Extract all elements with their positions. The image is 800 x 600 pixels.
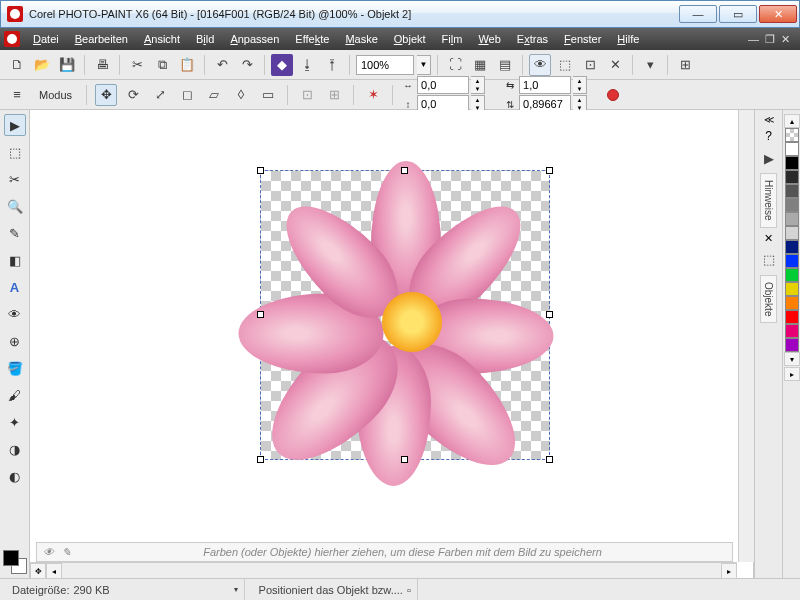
record-indicator-icon[interactable] [607,89,619,101]
objects-icon[interactable]: ⬚ [758,249,780,271]
clear-mask-button[interactable]: ✕ [604,54,626,76]
palette-color-8[interactable] [785,254,799,268]
menu-objekt[interactable]: Objekt [387,31,433,47]
rotate-mode-button[interactable]: ⟳ [122,84,144,106]
copy-button[interactable]: ⧉ [151,54,173,76]
palette-color-13[interactable] [785,324,799,338]
handle-mr[interactable] [546,311,553,318]
hints-tab[interactable]: Hinweise [760,173,777,228]
save-button[interactable]: 💾 [56,54,78,76]
fullscreen-button[interactable]: ⛶ [444,54,466,76]
menu-anpassen[interactable]: Anpassen [223,31,286,47]
palette-color-0[interactable] [785,142,799,156]
menu-fenster[interactable]: Fenster [557,31,608,47]
pick-tool[interactable]: ▶ [4,114,26,136]
presets-button[interactable]: ≡ [6,84,28,106]
menu-hilfe[interactable]: Hilfe [610,31,646,47]
close-tab-button[interactable]: ✕ [764,232,773,245]
palette-color-12[interactable] [785,310,799,324]
size-mode-button[interactable]: ◻ [176,84,198,106]
redo-button[interactable]: ↷ [236,54,258,76]
palette-down-button[interactable]: ▾ [784,352,800,366]
menu-bearbeiten[interactable]: Bearbeiten [68,31,135,47]
new-button[interactable]: 🗋 [6,54,28,76]
color-drop-hint-bar[interactable]: 👁 ✎ Farben (oder Objekte) hierher ziehen… [36,542,733,562]
palette-color-3[interactable] [785,184,799,198]
palette-color-14[interactable] [785,338,799,352]
zoom-level-field[interactable]: 100% [356,55,414,75]
crop-tool[interactable]: ✂ [4,168,26,190]
mask-marquee-button[interactable]: ⬚ [554,54,576,76]
object-marquee-button[interactable]: ⊡ [579,54,601,76]
palette-color-11[interactable] [785,296,799,310]
scale-x-field[interactable]: 1,0 [519,76,571,94]
grid-button[interactable]: ▤ [494,54,516,76]
minimize-button[interactable]: — [679,5,717,23]
objects-tab[interactable]: Objekte [760,275,777,323]
eyedropper-tool[interactable]: ✎ [4,222,26,244]
menu-bild[interactable]: Bild [189,31,221,47]
export-button[interactable]: ⭱ [321,54,343,76]
transparency-tool[interactable]: ◐ [4,465,26,487]
cut-button[interactable]: ✂ [126,54,148,76]
palette-up-button[interactable]: ▴ [784,114,800,128]
perspective-mode-button[interactable]: ▭ [257,84,279,106]
vertical-scrollbar[interactable] [738,110,754,562]
menu-datei[interactable]: Datei [26,31,66,47]
fill-tool[interactable]: 🪣 [4,357,26,379]
rect-mask-tool[interactable]: ⬚ [4,141,26,163]
docker-expand-button[interactable]: ≪ [764,114,774,125]
menu-maske[interactable]: Maske [338,31,384,47]
redeye-tool[interactable]: 👁 [4,303,26,325]
clone-tool[interactable]: ⊕ [4,330,26,352]
menu-extras[interactable]: Extras [510,31,555,47]
import-button[interactable]: ⭳ [296,54,318,76]
handle-tr[interactable] [546,167,553,174]
menu-web[interactable]: Web [471,31,507,47]
palette-color-5[interactable] [785,212,799,226]
options-button[interactable]: ▾ [639,54,661,76]
undo-button[interactable]: ↶ [211,54,233,76]
no-color-swatch[interactable] [785,128,799,142]
zoom-dropdown[interactable]: ▼ [417,55,431,75]
scale-x-spinner[interactable]: ▲▼ [573,76,587,94]
skew-mode-button[interactable]: ▱ [203,84,225,106]
handle-tl[interactable] [257,167,264,174]
effect-tool[interactable]: ✦ [4,411,26,433]
palette-color-6[interactable] [785,226,799,240]
handle-ml[interactable] [257,311,264,318]
apply-button[interactable]: ✶ [362,84,384,106]
rulers-button[interactable]: ▦ [469,54,491,76]
menu-ansicht[interactable]: Ansicht [137,31,187,47]
horizontal-scrollbar[interactable]: ✥ ◂ ▸ [30,562,737,578]
eraser-tool[interactable]: ◧ [4,249,26,271]
app-menu-icon[interactable] [4,31,20,47]
zoom-tool[interactable]: 🔍 [4,195,26,217]
shadow-tool[interactable]: ◑ [4,438,26,460]
menu-film[interactable]: Film [435,31,470,47]
scale-mode-button[interactable]: ⤢ [149,84,171,106]
menu-effekte[interactable]: Effekte [288,31,336,47]
mdi-restore-button[interactable]: ❐ [765,33,775,46]
filesize-menu-icon[interactable]: ▾ [234,585,238,594]
handle-bc[interactable] [401,456,408,463]
scroll-right-button[interactable]: ▸ [721,563,737,579]
foreground-color-swatch[interactable] [3,550,19,566]
pos-x-spinner[interactable]: ▲▼ [471,76,485,94]
palette-flyout-button[interactable]: ▸ [784,367,800,381]
palette-color-2[interactable] [785,170,799,184]
canvas-area[interactable]: 👁 ✎ Farben (oder Objekte) hierher ziehen… [30,110,754,578]
image-object[interactable] [260,170,550,460]
close-button[interactable]: ✕ [759,5,797,23]
app-launcher-button[interactable]: ⊞ [674,54,696,76]
handle-bl[interactable] [257,456,264,463]
hints-picker-icon[interactable]: ▶ [758,147,780,169]
handle-tc[interactable] [401,167,408,174]
position-mode-button[interactable]: ✥ [95,84,117,106]
scroll-left-button[interactable]: ◂ [46,563,62,579]
paste-button[interactable]: 📋 [176,54,198,76]
color-swatches[interactable] [3,550,27,574]
palette-color-4[interactable] [785,198,799,212]
mdi-minimize-button[interactable]: — [748,33,759,46]
mask-overlay-button[interactable]: 👁 [529,54,551,76]
